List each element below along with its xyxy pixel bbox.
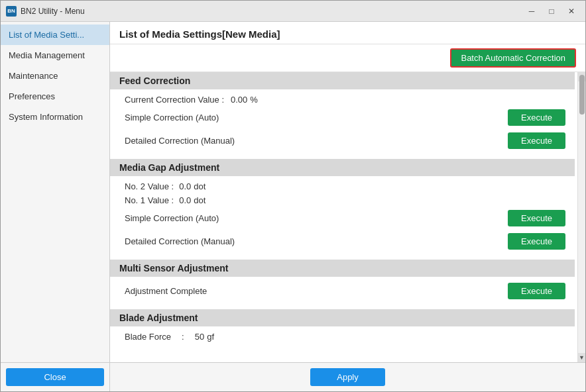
blade-adjustment-body: Blade Force : 50 gf — [110, 326, 575, 350]
no1-value: 0.0 — [179, 195, 191, 205]
main-window: BN BN2 Utility - Menu ─ □ ✕ List of Medi… — [0, 0, 586, 392]
apply-button[interactable]: Apply — [310, 368, 385, 386]
detailed-correction-manual-label: Detailed Correction (Manual) — [119, 136, 508, 146]
content-footer: Apply — [110, 362, 585, 391]
sidebar: List of Media Setti... Media Management … — [1, 22, 110, 391]
maximize-button[interactable]: □ — [543, 5, 560, 18]
window-title: BN2 Utility - Menu — [21, 7, 523, 16]
feed-correction-body: Current Correction Value : 0.00 % Simple… — [110, 89, 575, 159]
simple-correction-auto-execute-button[interactable]: Execute — [508, 109, 565, 126]
no2-label: No. 2 Value : — [125, 181, 174, 191]
sidebar-footer: Close — [1, 362, 109, 391]
no2-value-row: No. 2 Value : 0.0 dot — [119, 179, 565, 193]
sidebar-item-list-of-media[interactable]: List of Media Setti... — [1, 24, 109, 45]
media-gap-section: Media Gap Adjustment No. 2 Value : 0.0 d… — [110, 159, 575, 260]
sidebar-item-media-management[interactable]: Media Management — [1, 45, 109, 66]
blade-adjustment-header: Blade Adjustment — [110, 309, 575, 326]
no1-label: No. 1 Value : — [125, 195, 174, 205]
multi-sensor-row: Adjustment Complete Execute — [119, 279, 565, 303]
detailed-correction-manual-row: Detailed Correction (Manual) Execute — [119, 129, 565, 152]
media-gap-detailed-label: Detailed Correction (Manual) — [119, 236, 508, 246]
content-toolbar: Batch Automatic Correction — [110, 44, 585, 72]
media-gap-detailed-execute-button[interactable]: Execute — [508, 233, 565, 250]
no2-value: 0.0 — [179, 181, 191, 191]
multi-sensor-header: Multi Sensor Adjustment — [110, 260, 575, 277]
content-area: List of Media Settings[New Media] Batch … — [110, 22, 585, 391]
multi-sensor-execute-button[interactable]: Execute — [508, 283, 565, 299]
multi-sensor-section: Multi Sensor Adjustment Adjustment Compl… — [110, 260, 575, 309]
blade-force-label: Blade Force — [125, 332, 171, 342]
current-correction-unit: % — [250, 95, 258, 105]
media-gap-body: No. 2 Value : 0.0 dot No. 1 Value : 0.0 … — [110, 176, 575, 260]
main-content: List of Media Setti... Media Management … — [1, 22, 585, 391]
scrollbar[interactable]: ▲ ▼ — [577, 72, 585, 362]
close-button[interactable]: Close — [6, 368, 104, 386]
scroll-down-button[interactable]: ▼ — [578, 353, 585, 362]
multi-sensor-status-label: Adjustment Complete — [119, 286, 508, 296]
simple-correction-auto-label: Simple Correction (Auto) — [119, 113, 508, 122]
no1-unit: dot — [194, 195, 205, 205]
media-gap-simple-execute-button[interactable]: Execute — [508, 210, 565, 226]
minimize-button[interactable]: ─ — [523, 5, 540, 18]
title-bar: BN BN2 Utility - Menu ─ □ ✕ — [1, 1, 585, 22]
batch-automatic-correction-button[interactable]: Batch Automatic Correction — [450, 48, 576, 68]
sidebar-item-system-information[interactable]: System Information — [1, 107, 109, 127]
sidebar-item-maintenance[interactable]: Maintenance — [1, 66, 109, 86]
title-bar-controls: ─ □ ✕ — [523, 5, 580, 18]
feed-correction-header: Feed Correction — [110, 72, 575, 89]
media-gap-simple-label: Simple Correction (Auto) — [119, 213, 508, 223]
multi-sensor-body: Adjustment Complete Execute — [110, 277, 575, 309]
media-gap-header: Media Gap Adjustment — [110, 159, 575, 176]
no2-unit: dot — [194, 181, 205, 191]
media-gap-detailed-row: Detailed Correction (Manual) Execute — [119, 230, 565, 253]
close-window-button[interactable]: ✕ — [563, 5, 580, 18]
content-header: List of Media Settings[New Media] — [110, 22, 585, 44]
no1-value-row: No. 1 Value : 0.0 dot — [119, 193, 565, 207]
sidebar-item-preferences[interactable]: Preferences — [1, 86, 109, 107]
media-gap-simple-row: Simple Correction (Auto) Execute — [119, 207, 565, 230]
blade-force-colon: : — [182, 332, 184, 342]
feed-correction-section: Feed Correction Current Correction Value… — [110, 72, 575, 159]
content-scroll: Feed Correction Current Correction Value… — [110, 72, 577, 362]
blade-adjustment-section: Blade Adjustment Blade Force : 50 gf — [110, 309, 575, 350]
current-correction-value: 0.00 — [231, 95, 247, 105]
app-icon: BN — [6, 6, 17, 17]
simple-correction-auto-row: Simple Correction (Auto) Execute — [119, 106, 565, 129]
current-correction-label: Current Correction Value : — [125, 95, 231, 105]
blade-force-row: Blade Force : 50 gf — [119, 329, 565, 343]
blade-force-unit: gf — [207, 332, 214, 342]
scrollbar-thumb[interactable] — [579, 75, 585, 115]
detailed-correction-manual-execute-button[interactable]: Execute — [508, 132, 565, 149]
current-correction-value-row: Current Correction Value : 0.00 % — [119, 92, 565, 106]
scroll-wrapper: Feed Correction Current Correction Value… — [110, 72, 585, 362]
blade-force-value: 50 — [195, 332, 204, 342]
